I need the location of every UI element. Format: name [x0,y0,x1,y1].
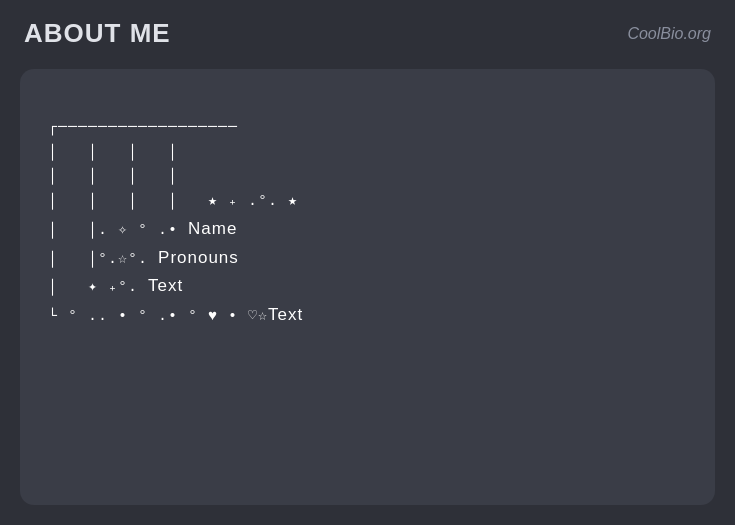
text-line-1: │ ✦ ₊°. Text [48,279,183,296]
name-line: │ │. ✧ ° .• Name [48,222,237,239]
ascii-art-block: ┌────────────────── │ │ │ │ │ │ │ │ │ │ … [48,91,687,355]
bottom-line: └ ° .. • ° .• ° ♥ • ♡☆Text [48,308,303,325]
text-label-1: Text [148,276,183,295]
site-label: CoolBio.org [627,25,711,43]
bio-card: ┌────────────────── │ │ │ │ │ │ │ │ │ │ … [20,69,715,505]
border-line: ┌────────────────── [48,119,238,136]
pipes-line-2: │ │ │ │ [48,168,178,185]
page-header: ABOUT ME CoolBio.org [0,0,735,61]
star-line: │ │ │ │ ★ ₊ .°. ★ [48,193,298,210]
pronouns-line: │ │°.☆°. Pronouns [48,251,239,268]
name-label: Name [188,219,237,238]
page-title: ABOUT ME [24,18,171,49]
pronouns-label: Pronouns [158,248,239,267]
text-label-2: Text [268,305,303,324]
pipes-line-1: │ │ │ │ [48,144,178,161]
